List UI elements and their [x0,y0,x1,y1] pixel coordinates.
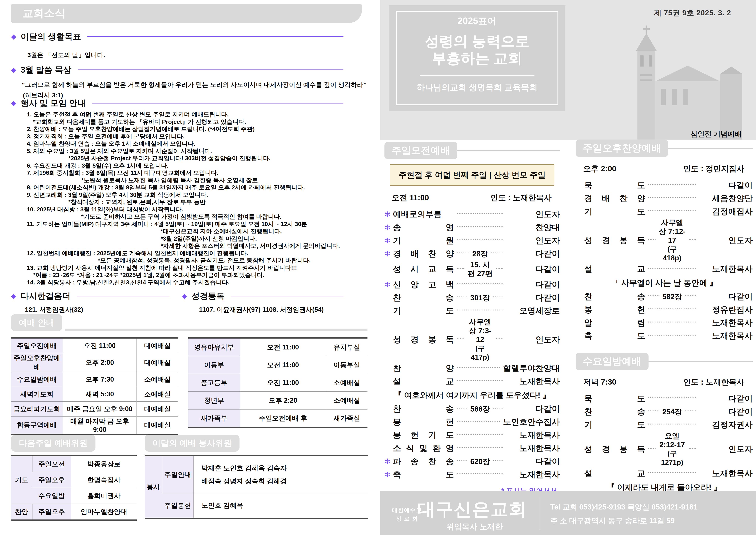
order-item-label: 기 도 [584,419,645,430]
dept-place: 아동부실 [326,356,367,374]
order-item-person: 노재한목사 [699,317,753,328]
order-item-detail: 301장 [470,293,490,302]
dept-time: 주일오전예배 후 [240,409,326,428]
order-item-person: 인도자 [699,444,753,455]
diamond-icon: ◆ [11,67,16,73]
order-item-person: 다같이 [506,456,560,467]
order-row: 설 교노재한목사 [385,375,560,388]
stand-asterisk-icon: ✻ [385,223,393,232]
next-week-title: 다음주일 예배위원 [19,437,88,449]
order-item-detail: 582장 [662,292,682,301]
order-item-label: 찬 송 [393,292,454,303]
order-item-person: 정유란집사 [699,304,753,315]
dept-name: 새가족부 [188,409,240,428]
order-row: ✻신 앙 고 백다같이 [385,278,560,291]
event-line: 12. 일천번제 예배대행진 : 2025년에도 계속해서 일천번제 예배대행진… [27,250,370,257]
church-news-header: 교회소식 [11,4,362,23]
event-line: 13. 교회 냉난방기 사용시 에너지절약 실천 지침에 따라 실내 적정온도를… [27,264,370,272]
order-item-person: 인도자 [506,209,560,220]
event-line: 9. 신년교례회 : 3월 9일(주일) 오후 4시 30분 교회 식당에서 모… [27,191,370,199]
service-place: 대예배실 [137,338,178,353]
stand-asterisk-icon: ✻ [385,457,393,466]
dept-name: 아동부 [188,356,240,374]
servant-role: 주일봉헌 [162,493,194,519]
service-time-row: 오후 2:00 인도 : 정민지집사 [583,163,744,174]
service-place: 대예배실 [137,416,178,435]
order-item-label: 설 교 [584,264,645,274]
order-row: 성 시 교 독15. 시편 27편다같이 [385,260,560,278]
dotted-leader [457,283,503,284]
event-line: *2025년 사순절 Project 우리가 교회입니다! 303비전 성경암송… [68,155,370,162]
order-item-person: 찬양대 [506,222,560,233]
next-week-badge: 다음주일 예배위원 [11,435,95,452]
order-item-person: 할렐루야찬양대 [503,363,560,374]
event-line: *대구신은교회 지하 소예배실에서 진행됩니다. [161,228,370,235]
service-time: 오전 11:00 [392,193,429,203]
diamond-icon: ◆ [182,293,187,299]
service-time: 매월 마지막 금 오후 9:00 [63,416,137,435]
service-head-line [649,361,753,362]
table-row: 주일오후찬양예배 오후 2:00 대예배실 [11,353,178,372]
order-row: 축 도노재한목사 [576,329,753,342]
service-time: 오후 2:00 [63,353,137,372]
service-name: 주일오전예배 [11,338,63,353]
order-item-person: 다같이 [699,406,753,417]
dotted-leader [493,296,503,297]
motto-box: 2025표어 성령의 능력으로 부흥하는 교회 하나님의교회 생명목회 교육목회 [389,5,565,111]
servant-names-line: 박재훈 노인호 김혜옥 김숙자 [202,462,368,475]
order-item-label: 파 송 찬 송 [393,456,454,467]
dotted-leader [648,424,696,425]
service-leader: 인도 : 노재한목사 [491,193,552,203]
dept-place: 유치부실 [326,338,367,356]
diamond-icon: ◆ [11,100,16,106]
order-row: 기 도김정자권사 [576,418,753,431]
dotted-leader [648,184,696,185]
event-line: *교회학교와 다음세대를 품고 기도하는 『유바디 Project』가 진행되고… [33,118,370,126]
worship-guide-title: 예배 안내 [19,317,54,328]
service-time: 새벽 5:30 [63,387,137,402]
order-row: ✻송 영찬양대 [385,221,560,234]
order-item-label: 묵 도 [584,180,645,191]
order-item-label: 묵 도 [584,393,645,404]
duty-person: 임마누엘찬양대 [71,504,137,520]
dotted-leader [457,226,503,227]
section-goal-heading: ◆ 이달의 생활목표 [11,31,343,42]
service-time-row: 저녁 7:30 인도 : 노재한목사 [583,377,744,387]
service-name: 새벽기도회 [11,387,63,402]
order-row: 찬 송586장다같이 [385,402,560,415]
order-item-detail-sub: (구1271p) [659,449,686,467]
order-item-label: 성 경 봉 독 [393,334,454,345]
table-row: 금요라파기도회 매주 금요일 오후 9:00 대예배실 [11,402,178,416]
order-row: ✻기 원인도자 [385,234,560,247]
order-item-person: 다같이 [699,291,753,302]
order-item-label: 성 경 봉 독 [584,444,645,455]
order-item-person: 다같이 [506,248,560,259]
section-divider [92,103,343,103]
dotted-leader [496,268,503,269]
dotted-leader [457,421,500,422]
section-divider [78,70,343,70]
dotted-leader [457,434,503,435]
dotted-leader [648,397,696,398]
issue-number: 제 75권 9호 2025. 3. 2 [654,8,731,18]
order-item-label: 소 식 및 환 영 [393,443,454,454]
order-row: 찬 송254장다같이 [576,405,753,418]
next-week-table: 기도 주일오전 박종웅장로 주일오후 한명숙집사 수요일밤 홍희미권사 찬양 주… [11,455,137,521]
servant-category: 봉사 [145,456,162,519]
order-row: 성 경 봉 독사무엘상 7:3-12(구417p)인도자 [385,317,560,362]
order-item-label: 찬 송 [393,404,454,414]
servants-table: 봉사 주일안내 박재훈 노인호 김혜옥 김숙자 배점숙 정명자 정숙희 김해경 … [145,455,368,519]
church-name: 대구신은교회 [417,497,527,521]
order-row: ✻축 도노재한목사 [385,468,560,481]
order-item-detail: 요엘 2:12-17(구1271p) [659,431,686,467]
table-row: 새벽기도회 새벽 5:30 소예배실 [11,387,178,402]
service-heading: 주일오전예배 [385,142,560,159]
table-row: 주일오전예배 오전 11:00 대예배실 [11,338,178,353]
event-line: 14. 3월 식당봉사 : 우방,남,신천2,신천3,신천4 구역에서 수고해 … [27,279,370,286]
event-line: 6. 수요전도대 개강 : 3월 5일(수) 오후 1시에 모입니다. [27,162,370,169]
diamond-icon: ◆ [11,33,16,40]
cover-header-strip: 제 75권 9호 2025. 3. 2 2025표어 성령의 능력으로 부흥하는… [380,0,756,140]
goal-body: 3월은 「전도의 달」입니다. [27,51,105,59]
dotted-leader [689,239,696,240]
order-item-person: 노재한목사 [699,264,753,274]
